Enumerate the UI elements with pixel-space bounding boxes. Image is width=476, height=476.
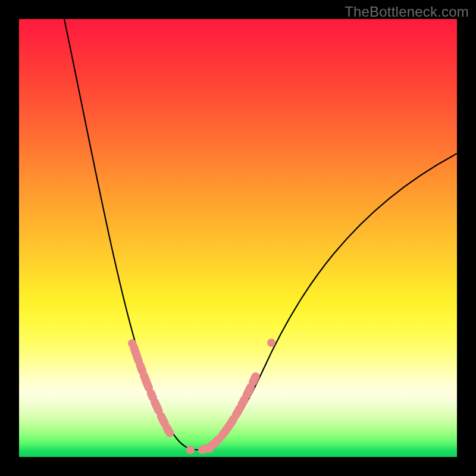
dot-overlay-right — [202, 347, 269, 450]
overlay-dot — [205, 444, 214, 453]
overlay-dot — [267, 339, 275, 347]
overlay-dot — [186, 446, 195, 454]
dot-overlay-left — [134, 347, 193, 450]
overlay-dot — [128, 339, 136, 347]
bottleneck-curve — [64, 19, 457, 450]
plot-area — [19, 19, 457, 457]
curve-layer — [19, 19, 457, 457]
chart-stage: TheBottleneck.com — [0, 0, 476, 476]
watermark-text: TheBottleneck.com — [345, 4, 469, 20]
